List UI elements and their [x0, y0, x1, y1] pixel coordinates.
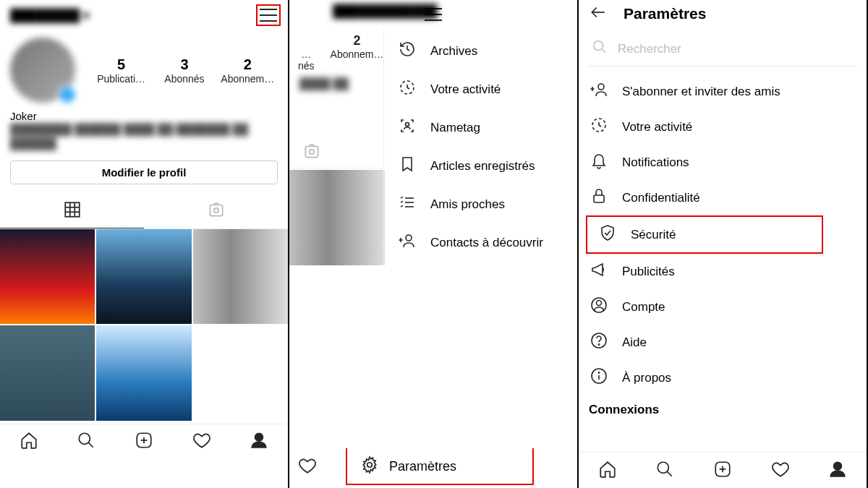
- svg-point-35: [598, 344, 599, 345]
- nav-search[interactable]: [654, 460, 676, 481]
- svg-line-26: [602, 49, 606, 53]
- tagged-icon: [207, 200, 226, 219]
- settings-section-connections: Connexions: [579, 395, 867, 424]
- nav-activity[interactable]: [770, 460, 791, 481]
- menu-settings[interactable]: Paramètres: [346, 448, 534, 485]
- close-friends-icon: [397, 194, 417, 215]
- drawer-menu: Archives Votre activité Nametag Articles…: [383, 29, 577, 265]
- lock-icon: [589, 187, 609, 208]
- settings-list: S'abonner et inviter des amis Votre acti…: [579, 72, 867, 424]
- svg-rect-31: [594, 195, 604, 202]
- menu-drawer-screen: ████████████ …nés 2Abonnem… ████ ██ Arch…: [289, 0, 579, 488]
- stat-posts[interactable]: 5 Publicati…: [90, 56, 153, 85]
- search-icon: [592, 39, 608, 59]
- photo-thumb[interactable]: [96, 229, 191, 324]
- partial-stats: …nés 2Abonnem…: [289, 29, 383, 74]
- search-placeholder: Rechercher: [618, 42, 681, 56]
- svg-point-27: [598, 84, 604, 90]
- bio-block: Joker ████████ ██████ ████ ██ ███████ ██…: [0, 106, 288, 158]
- edit-profile-button[interactable]: Modifier le profil: [10, 160, 278, 184]
- tab-grid[interactable]: [0, 194, 144, 228]
- back-button[interactable]: [589, 3, 608, 25]
- add-story-badge[interactable]: +: [58, 85, 77, 104]
- tab-tagged[interactable]: [144, 194, 288, 228]
- nav-search[interactable]: [75, 431, 97, 453]
- settings-privacy[interactable]: Confidentialité: [579, 180, 867, 215]
- nav-activity[interactable]: [298, 456, 317, 478]
- drawer-username: ████████████: [333, 4, 438, 19]
- bottom-nav: [579, 452, 867, 488]
- menu-discover[interactable]: Contacts à découvrir: [384, 223, 577, 262]
- menu-archives[interactable]: Archives: [384, 32, 577, 70]
- info-icon: [589, 367, 609, 388]
- nav-add[interactable]: [133, 431, 155, 453]
- profile-stats-row: + 5 Publicati… 3 Abonnés 2 Abonnem…: [0, 30, 288, 106]
- svg-line-8: [89, 442, 94, 448]
- settings-about[interactable]: À propos: [579, 360, 867, 395]
- settings-notifications[interactable]: Notifications: [579, 145, 867, 180]
- nav-add[interactable]: [712, 460, 733, 481]
- svg-rect-5: [210, 205, 222, 216]
- svg-line-40: [668, 471, 673, 476]
- bottom-nav: [0, 424, 288, 460]
- svg-point-14: [310, 150, 315, 155]
- username-dropdown[interactable]: ████████ ▾: [10, 8, 90, 23]
- settings-search[interactable]: Rechercher: [589, 35, 856, 67]
- avatar[interactable]: +: [10, 38, 75, 103]
- display-name: Joker: [10, 110, 278, 122]
- svg-point-7: [80, 433, 90, 444]
- menu-close-friends[interactable]: Amis proches: [384, 185, 577, 223]
- menu-nametag[interactable]: Nametag: [384, 108, 577, 147]
- settings-account[interactable]: Compte: [579, 289, 867, 325]
- settings-follow-invite[interactable]: S'abonner et inviter des amis: [579, 74, 867, 109]
- nav-profile[interactable]: [248, 431, 270, 453]
- gear-icon: [360, 455, 379, 478]
- account-icon: [589, 296, 609, 317]
- nav-home[interactable]: [597, 460, 618, 481]
- bookmark-icon: [397, 155, 417, 176]
- activity-icon: [589, 116, 609, 137]
- photo-thumb[interactable]: [0, 229, 95, 324]
- settings-activity[interactable]: Votre activité: [579, 109, 867, 145]
- nav-home[interactable]: [18, 431, 40, 453]
- partial-thumb[interactable]: [289, 170, 385, 265]
- svg-point-20: [406, 235, 412, 241]
- hamburger-menu-button[interactable]: [256, 4, 281, 26]
- activity-icon: [397, 79, 417, 100]
- nametag-icon: [397, 117, 417, 138]
- help-icon: [589, 332, 609, 353]
- settings-ads[interactable]: Publicités: [579, 254, 867, 289]
- stat-followers[interactable]: 3 Abonnés: [153, 56, 216, 85]
- settings-security[interactable]: Sécurité: [586, 215, 823, 254]
- bio-text: ████████ ██████ ████ ██ ███████ ██ █████…: [10, 122, 278, 150]
- svg-point-38: [598, 372, 599, 373]
- partial-tagged-tab[interactable]: [289, 134, 383, 168]
- photo-grid: [0, 229, 288, 421]
- archive-icon: [397, 40, 417, 61]
- add-user-icon: [589, 81, 609, 102]
- photo-thumb[interactable]: [0, 325, 95, 420]
- nav-activity[interactable]: [191, 431, 213, 453]
- svg-point-16: [406, 123, 409, 127]
- settings-header: Paramètres: [579, 0, 867, 32]
- photo-thumb[interactable]: [193, 229, 288, 324]
- stat-following[interactable]: 2 Abonnem…: [216, 56, 279, 85]
- svg-rect-13: [305, 147, 318, 158]
- username-label: ████████ ▾: [10, 9, 90, 22]
- discover-people-icon: [397, 232, 417, 253]
- profile-header: ████████ ▾: [0, 0, 288, 30]
- shield-icon: [597, 224, 618, 245]
- profile-screen: ████████ ▾ + 5 Publicati… 3 Abonnés 2 Ab…: [0, 0, 289, 488]
- svg-point-12: [255, 433, 263, 441]
- photo-thumb[interactable]: [96, 325, 191, 420]
- svg-point-6: [213, 208, 218, 213]
- partial-bio: ████ ██: [289, 74, 383, 94]
- menu-saved[interactable]: Articles enregistrés: [384, 147, 577, 185]
- nav-profile[interactable]: [827, 460, 848, 481]
- megaphone-icon: [589, 261, 609, 282]
- svg-point-33: [597, 301, 602, 306]
- settings-help[interactable]: Aide: [579, 325, 867, 360]
- svg-point-34: [592, 333, 606, 348]
- drawer-header: ████████████: [289, 0, 577, 29]
- menu-activity[interactable]: Votre activité: [384, 70, 577, 108]
